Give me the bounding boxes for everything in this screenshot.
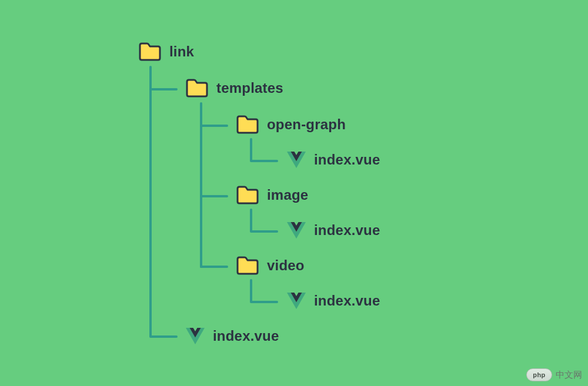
tree-connector [200, 125, 228, 127]
vue-icon [186, 328, 205, 344]
tree-node-index-vue: index.vue [287, 152, 380, 168]
vue-icon [287, 293, 306, 309]
tree-node-open-graph: open-graph [236, 115, 346, 134]
tree-connector [250, 160, 278, 162]
tree-node-link: link [139, 42, 194, 61]
tree-connector [200, 195, 228, 197]
vue-icon [287, 222, 306, 239]
watermark: php 中文网 [526, 368, 582, 381]
tree-connector [200, 102, 202, 268]
tree-node-index-vue: index.vue [287, 293, 380, 309]
tree-node-label: index.vue [314, 152, 380, 168]
watermark-text: 中文网 [556, 370, 582, 381]
tree-node-image: image [236, 186, 308, 204]
tree-node-templates: templates [186, 79, 283, 98]
watermark-logo: php [526, 368, 552, 381]
tree-node-label: link [169, 43, 194, 60]
folder-icon [236, 115, 259, 134]
file-tree: link templates open-graph index.vue imag… [0, 0, 588, 42]
tree-node-label: image [267, 187, 308, 203]
tree-connector [250, 230, 278, 233]
tree-node-label: templates [216, 80, 283, 96]
tree-connector [149, 335, 178, 338]
tree-node-index-vue: index.vue [287, 222, 380, 239]
tree-node-index-vue: index.vue [186, 328, 279, 344]
tree-node-label: index.vue [314, 293, 380, 309]
tree-connector [250, 138, 252, 162]
tree-node-video: video [236, 256, 305, 275]
tree-node-label: video [267, 257, 305, 274]
folder-icon [236, 256, 259, 275]
tree-node-label: index.vue [213, 328, 279, 344]
tree-node-label: open-graph [267, 116, 346, 133]
tree-connector [250, 209, 252, 232]
folder-icon [139, 42, 161, 61]
folder-icon [236, 186, 259, 204]
tree-connector [200, 266, 228, 268]
tree-connector [149, 88, 178, 90]
tree-connector [250, 301, 278, 303]
tree-connector [250, 279, 252, 303]
folder-icon [186, 79, 208, 98]
vue-icon [287, 152, 306, 168]
tree-connector [149, 66, 152, 337]
tree-node-label: index.vue [314, 222, 380, 239]
